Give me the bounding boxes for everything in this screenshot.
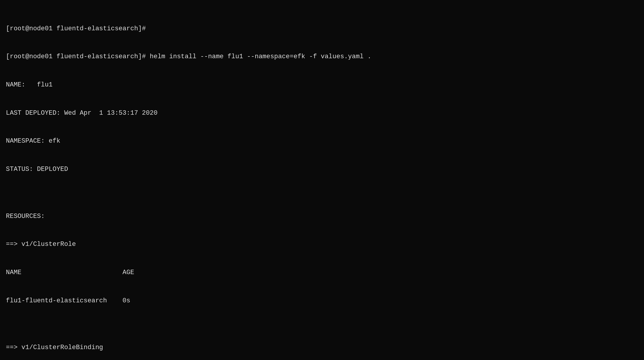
terminal-line-10: NAME AGE [6, 268, 638, 277]
terminal-line-11: flu1-fluentd-elasticsearch 0s [6, 296, 638, 306]
terminal-line-6: STATUS: DEPLOYED [6, 165, 638, 174]
terminal-line-5: NAMESPACE: efk [6, 136, 638, 146]
terminal-output: [root@node01 fluentd-elasticsearch]# [ro… [6, 5, 638, 360]
terminal-line-4: LAST DEPLOYED: Wed Apr 1 13:53:17 2020 [6, 109, 638, 118]
terminal-line-1: [root@node01 fluentd-elasticsearch]# [6, 24, 638, 34]
terminal-line-3: NAME: flu1 [6, 80, 638, 90]
terminal-line-13: ==> v1/ClusterRoleBinding [6, 343, 638, 352]
terminal-line-2: [root@node01 fluentd-elasticsearch]# hel… [6, 52, 638, 61]
terminal-line-8: RESOURCES: [6, 212, 638, 221]
terminal-line-9: ==> v1/ClusterRole [6, 240, 638, 249]
